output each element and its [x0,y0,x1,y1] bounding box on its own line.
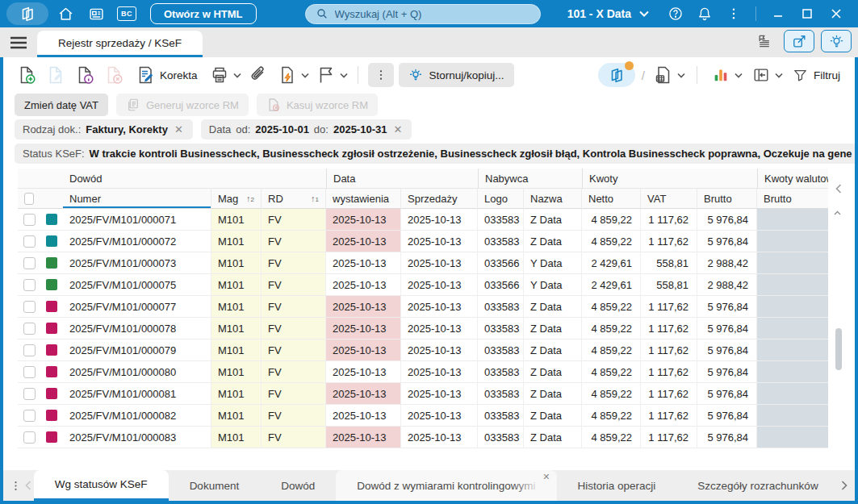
chart-view-button[interactable] [709,63,743,87]
collapse-right-chevron[interactable] [835,169,842,209]
row-checkbox[interactable] [23,323,36,335]
tab-rejestr-sprzedazy-ksef[interactable]: Rejestr sprzedaży / KSeF [37,31,203,57]
bottom-tab[interactable]: Dokument ✕ [169,470,261,501]
news-button[interactable] [82,2,110,25]
add-document-button[interactable] [15,63,39,87]
row-checkbox[interactable] [23,388,36,400]
column-header-netto[interactable]: Netto [582,189,641,209]
table-row[interactable]: 2025/FV/M101/000078 M101 FV 2025-10-13 2… [18,318,828,339]
stornuj-kopiuj-button[interactable]: Stornuj/kopiuj... [399,63,514,87]
vertical-scrollbar[interactable] [834,209,843,457]
more-options-button[interactable] [720,2,747,25]
column-header-brutto-walutowe[interactable]: Brutto [757,189,828,209]
layout-list-button[interactable] [751,30,777,52]
close-button[interactable] [822,2,850,25]
row-checkbox[interactable] [23,257,36,269]
row-checkbox[interactable] [23,279,36,291]
share-button[interactable] [784,30,814,52]
print-button[interactable] [207,63,241,87]
tips-button[interactable] [821,30,852,52]
print-layout-button[interactable] [651,63,685,87]
filter-chip-status-ksef[interactable]: Status KSeF: W trakcie kontroli Business… [15,144,855,164]
collapse-panel-button[interactable] [749,63,783,87]
filter-chip-data[interactable]: Data od: 2025-10-01 do: 2025-10-31 ✕ [201,119,412,140]
app-window: BC Otwórz w HTML 101 - X Data [0,0,858,504]
column-header-sprzedazy[interactable]: Sprzedaży [401,189,478,209]
flag-button[interactable] [314,63,348,87]
column-header-vat[interactable]: VAT [641,189,697,209]
open-in-html-button[interactable]: Otwórz w HTML [150,3,257,24]
cell-wystawienia: 2025-10-13 [326,252,401,274]
column-header-wystawienia[interactable]: wystawienia [326,189,401,209]
bottom-tab[interactable]: Dowód ✕ [260,470,336,501]
select-all-checkbox[interactable] [24,193,34,205]
company-selector[interactable]: 101 - X Data [556,7,660,20]
row-checkbox[interactable] [23,410,36,422]
bar-chart-icon [709,63,733,87]
search-input[interactable] [335,8,530,20]
related-documents-button[interactable] [598,63,635,87]
main-menu-button[interactable] [0,27,37,57]
more-actions-button[interactable] [368,63,394,87]
column-header-nazwa[interactable]: Nazwa [524,189,582,209]
stornuj-kopiuj-label: Stornuj/kopiuj... [429,69,504,81]
column-header-numer[interactable]: Numer [63,189,211,209]
document-info-button[interactable] [73,63,97,87]
table-row[interactable]: 2025/FV/M101/000073 M101 FV 2025-10-13 2… [18,252,828,274]
column-header-rd[interactable]: RD ↑1 [262,189,326,209]
row-checkbox[interactable] [23,431,36,444]
column-header-mag[interactable]: Mag ↑2 [211,189,262,209]
cell-rd: FV [262,339,326,361]
bc-button[interactable]: BC [113,2,140,25]
tabs-scroll-left-chevron[interactable] [23,470,33,501]
table-row[interactable]: 2025/FV/M101/000081 M101 FV 2025-10-13 2… [18,383,828,405]
row-checkbox[interactable] [23,214,36,226]
table-row[interactable]: 2025/FV/M101/000072 M101 FV 2025-10-13 2… [18,231,828,252]
tabs-scroll-right-chevron[interactable] [839,470,850,501]
quick-action-button[interactable] [275,63,309,87]
cell-logo: 033583 [478,339,524,361]
home-button[interactable] [52,2,79,25]
group-header-nabywca[interactable]: Nabywca [478,169,582,189]
notifications-button[interactable] [691,2,718,25]
bottom-tab[interactable]: Dowód z wymiarami kontrolingowymi ✕ [336,470,556,501]
filter-button[interactable]: Filtruj [789,68,843,83]
table-row[interactable]: 2025/FV/M101/000080 M101 FV 2025-10-13 2… [18,361,828,383]
table-row[interactable]: 2025/FV/M101/000077 M101 FV 2025-10-13 2… [18,296,828,318]
help-button[interactable] [662,2,689,25]
table-row[interactable]: 2025/FV/M101/000082 M101 FV 2025-10-13 2… [18,405,828,427]
row-checkbox[interactable] [23,235,36,248]
scroll-up-arrow[interactable] [834,210,843,215]
zmien-date-vat-button[interactable]: Zmień datę VAT [15,94,108,116]
app-logo-button[interactable] [6,2,48,25]
row-checkbox[interactable] [23,344,36,356]
table-row[interactable]: 2025/FV/M101/000071 M101 FV 2025-10-13 2… [18,209,828,231]
bottom-tabs-menu-button[interactable] [8,470,23,501]
bottom-tab[interactable]: Szczegóły rozrachunków ✕ [676,470,839,501]
table-row[interactable]: 2025/FV/M101/000079 M101 FV 2025-10-13 2… [18,339,828,361]
group-header-dowod[interactable]: Dowód [63,169,326,189]
table-row[interactable]: 2025/FV/M101/000083 M101 FV 2025-10-13 2… [18,427,828,448]
close-tab-icon[interactable]: ✕ [542,473,550,481]
attachment-button[interactable] [246,63,270,87]
group-header-kwoty[interactable]: Kwoty [582,169,757,189]
maximize-button[interactable] [793,2,821,25]
group-header-data[interactable]: Data [326,169,478,189]
cell-numer: 2025/FV/M101/000072 [63,231,211,252]
korekta-button[interactable]: Korekta [131,65,203,85]
remove-filter-icon[interactable]: ✕ [173,123,185,135]
bottom-tab[interactable]: Wg statusów KSeF ✕ [34,470,169,501]
filter-chip-rodzaj-dok[interactable]: Rodzaj dok.: Faktury, Korekty ✕ [15,119,193,140]
column-header-logo[interactable]: Logo [478,189,524,209]
group-header-kwoty-walutowe[interactable]: Kwoty walutowe [757,169,828,189]
table-row[interactable]: 2025/FV/M101/000075 M101 FV 2025-10-13 2… [18,274,828,296]
minimize-button[interactable] [764,2,792,25]
row-checkbox[interactable] [23,301,36,313]
row-checkbox[interactable] [23,366,36,378]
bottom-tab[interactable]: Historia operacji ✕ [557,470,677,501]
scrollbar-thumb[interactable] [835,328,842,370]
column-header-brutto[interactable]: Brutto [697,189,757,209]
tab-label: Rejestr sprzedaży / KSeF [58,37,182,49]
remove-filter-icon[interactable]: ✕ [391,123,404,135]
global-search[interactable] [305,4,541,24]
